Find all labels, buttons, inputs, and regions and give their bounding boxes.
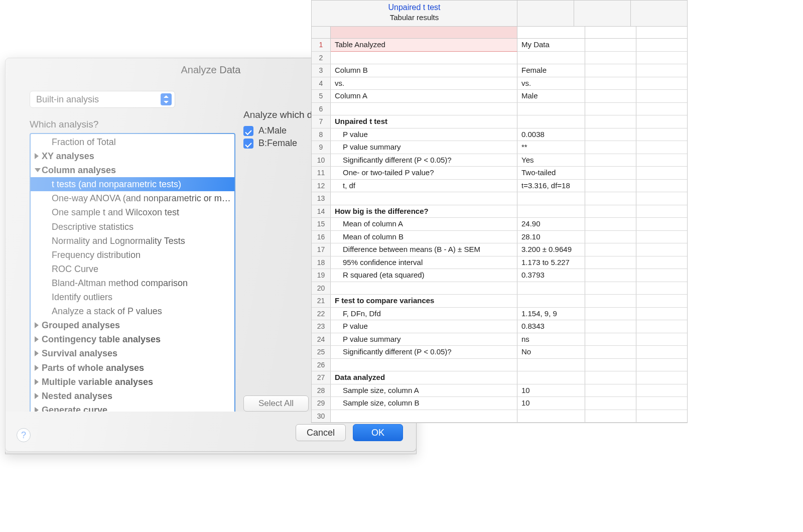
results-title-link[interactable]: Unpaired t test [312, 3, 517, 12]
cell-empty [636, 90, 687, 102]
cell-label: Unpaired t test [331, 115, 517, 128]
tree-item[interactable]: Frequency distribution [31, 248, 234, 262]
select-all-button[interactable]: Select All [243, 395, 309, 412]
tree-item[interactable]: ROC Curve [31, 262, 234, 276]
row-number: 20 [312, 282, 331, 295]
cell-empty [636, 308, 687, 320]
tree-item[interactable]: Analyze a stack of P values [31, 304, 234, 318]
cell-empty [585, 218, 636, 230]
tree-item-fraction-of-total[interactable]: Fraction of Total [31, 135, 234, 149]
tree-item[interactable]: One-way ANOVA (and nonparametric or mixe [31, 191, 234, 205]
table-row[interactable]: 16Mean of column B28.10 [312, 231, 687, 244]
cell-value [517, 52, 585, 64]
help-button[interactable]: ? [17, 428, 31, 442]
table-row[interactable]: 17Difference between means (B - A) ± SEM… [312, 243, 687, 256]
table-row[interactable]: 5Column AMale [312, 90, 687, 103]
table-row[interactable]: 15Mean of column A24.90 [312, 218, 687, 231]
analysis-type-dropdown[interactable]: Built-in analysis [30, 91, 175, 108]
cell-empty [585, 384, 636, 397]
dataset-label: A:Male [258, 125, 287, 136]
table-row[interactable]: 19R squared (eta squared)0.3793 [312, 269, 687, 282]
table-row[interactable]: 25Significantly different (P < 0.05)?No [312, 346, 687, 359]
table-row[interactable]: 13 [312, 192, 687, 205]
ok-button[interactable]: OK [353, 424, 403, 441]
cell-empty [636, 346, 687, 358]
cell-empty [585, 90, 636, 102]
cell-value: 10 [517, 397, 585, 410]
cell-label: vs. [331, 77, 517, 90]
tree-group-grouped[interactable]: Grouped analyses [31, 318, 234, 332]
tree-item[interactable]: Identify outliers [31, 290, 234, 304]
table-row[interactable]: 27Data analyzed [312, 371, 687, 384]
cell-empty [636, 180, 687, 192]
table-row[interactable]: 24P value summaryns [312, 333, 687, 346]
cancel-button[interactable]: Cancel [296, 424, 346, 441]
tree-group-survival[interactable]: Survival analyses [31, 346, 234, 360]
analysis-tree[interactable]: Fraction of Total XY analyses Column ana… [30, 133, 235, 419]
cell-empty [585, 346, 636, 358]
table-row[interactable]: 10Significantly different (P < 0.05)?Yes [312, 154, 687, 167]
table-row[interactable]: 2 [312, 52, 687, 65]
cell-empty [636, 295, 687, 307]
checkmark-icon [243, 139, 253, 149]
tree-group-nested[interactable]: Nested analyses [31, 389, 234, 403]
cell-empty [636, 243, 687, 256]
row-number: 6 [312, 103, 331, 115]
cell-label: Data analyzed [331, 371, 517, 384]
table-row[interactable]: 30 [312, 410, 687, 423]
cell-value: vs. [517, 77, 585, 90]
table-row[interactable]: 1895% confidence interval1.173 to 5.227 [312, 256, 687, 270]
table-row[interactable]: 11One- or two-tailed P value?Two-tailed [312, 167, 687, 180]
tree-group-contingency[interactable]: Contingency table analyses [31, 332, 234, 346]
cell-label: Difference between means (B - A) ± SEM [331, 243, 517, 256]
tree-item[interactable]: One sample t and Wilcoxon test [31, 205, 234, 219]
table-row[interactable]: 6 [312, 103, 687, 116]
cell-label: Sample size, column B [331, 397, 517, 410]
tree-item[interactable]: t tests (and nonparametric tests) [31, 177, 234, 191]
tree-item[interactable]: Normality and Lognormality Tests [31, 234, 234, 248]
cell-empty [636, 39, 687, 51]
table-row[interactable]: 12t, dft=3.316, df=18 [312, 180, 687, 193]
table-row[interactable]: 28Sample size, column A10 [312, 384, 687, 397]
row-number: 28 [312, 384, 331, 397]
tree-group-xy[interactable]: XY analyses [31, 149, 234, 163]
table-row[interactable]: 7Unpaired t test [312, 115, 687, 128]
cell-label [331, 52, 517, 64]
table-row[interactable]: 21F test to compare variances [312, 295, 687, 308]
table-row[interactable]: 9P value summary** [312, 141, 687, 154]
row-number: 9 [312, 141, 331, 154]
table-row[interactable]: 8P value0.0038 [312, 128, 687, 142]
cell-value: 28.10 [517, 231, 585, 243]
row-number: 2 [312, 52, 331, 64]
cell-label: Table Analyzed [331, 39, 517, 52]
table-row[interactable]: 29Sample size, column B10 [312, 397, 687, 410]
tree-group-parts[interactable]: Parts of whole analyses [31, 361, 234, 375]
cell-label: P value summary [331, 141, 517, 154]
table-row[interactable]: 20 [312, 282, 687, 295]
cell-value: 1.154, 9, 9 [517, 308, 585, 320]
cell-empty [636, 192, 687, 205]
table-row[interactable]: 3Column BFemale [312, 64, 687, 77]
tree-item[interactable]: Bland-Altman method comparison [31, 276, 234, 290]
cell-label [331, 282, 517, 295]
tree-group-column[interactable]: Column analyses [31, 163, 234, 177]
cell-label [331, 410, 517, 423]
cell-value: 3.200 ± 0.9649 [517, 243, 585, 256]
tree-item[interactable]: Descriptive statistics [31, 220, 234, 234]
cell-empty [636, 141, 687, 154]
header-stub [574, 1, 631, 26]
cell-label: Mean of column B [331, 231, 517, 243]
tree-group-multivar[interactable]: Multiple variable analyses [31, 375, 234, 389]
table-row[interactable]: 14How big is the difference? [312, 205, 687, 218]
row-number: 15 [312, 218, 331, 230]
table-row[interactable]: 23P value0.8343 [312, 320, 687, 333]
cell-empty [636, 115, 687, 128]
table-row[interactable]: 1Table AnalyzedMy Data [312, 39, 687, 52]
cell-empty [585, 295, 636, 307]
cell-value: My Data [517, 39, 585, 51]
cell-empty [636, 269, 687, 282]
table-row[interactable]: 22F, DFn, Dfd1.154, 9, 9 [312, 308, 687, 321]
row-number: 4 [312, 77, 331, 90]
table-row[interactable]: 26 [312, 359, 687, 372]
table-row[interactable]: 4vs.vs. [312, 77, 687, 90]
